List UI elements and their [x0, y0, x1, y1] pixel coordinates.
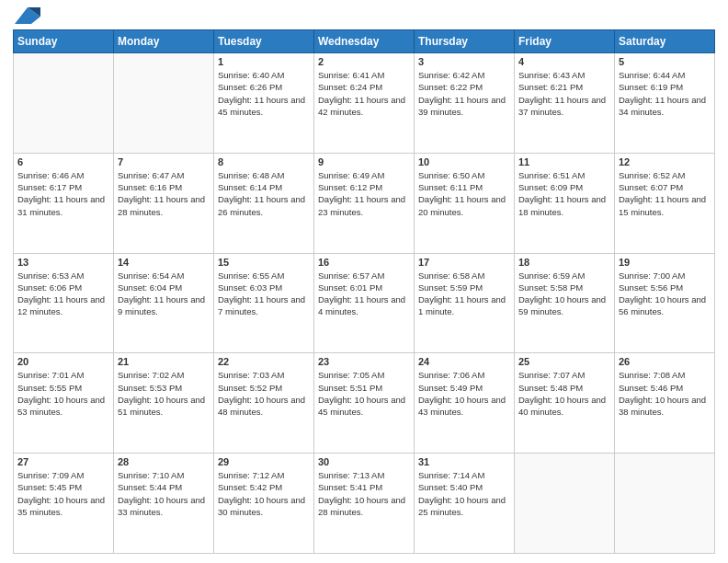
calendar-cell: 20Sunrise: 7:01 AMSunset: 5:55 PMDayligh…	[14, 353, 114, 454]
day-number: 9	[318, 156, 410, 167]
calendar-cell: 16Sunrise: 6:57 AMSunset: 6:01 PMDayligh…	[314, 253, 415, 353]
day-number: 14	[118, 257, 210, 268]
day-detail: Sunrise: 6:58 AMSunset: 5:59 PMDaylight:…	[418, 270, 510, 318]
day-detail: Sunrise: 7:10 AMSunset: 5:44 PMDaylight:…	[118, 469, 210, 518]
day-detail: Sunrise: 7:12 AMSunset: 5:42 PMDaylight:…	[218, 469, 310, 518]
day-number: 26	[619, 356, 711, 367]
day-detail: Sunrise: 7:13 AMSunset: 5:41 PMDaylight:…	[318, 469, 410, 518]
calendar-cell: 7Sunrise: 6:47 AMSunset: 6:16 PMDaylight…	[114, 153, 214, 253]
day-detail: Sunrise: 7:08 AMSunset: 5:46 PMDaylight:…	[619, 369, 711, 418]
calendar-cell	[515, 454, 615, 554]
calendar-cell: 29Sunrise: 7:12 AMSunset: 5:42 PMDayligh…	[214, 454, 314, 554]
day-number: 22	[218, 356, 310, 367]
calendar-cell: 28Sunrise: 7:10 AMSunset: 5:44 PMDayligh…	[114, 454, 214, 554]
calendar-cell: 2Sunrise: 6:41 AMSunset: 6:24 PMDaylight…	[314, 53, 415, 154]
calendar-day-header: Monday	[114, 30, 214, 53]
calendar-day-header: Wednesday	[314, 30, 415, 53]
calendar-week-row: 13Sunrise: 6:53 AMSunset: 6:06 PMDayligh…	[14, 253, 715, 353]
logo	[13, 9, 40, 24]
day-detail: Sunrise: 6:49 AMSunset: 6:12 PMDaylight:…	[318, 169, 410, 218]
calendar-week-row: 20Sunrise: 7:01 AMSunset: 5:55 PMDayligh…	[14, 353, 715, 454]
day-detail: Sunrise: 7:02 AMSunset: 5:53 PMDaylight:…	[118, 369, 210, 418]
day-detail: Sunrise: 7:14 AMSunset: 5:40 PMDaylight:…	[418, 469, 510, 518]
day-detail: Sunrise: 6:53 AMSunset: 6:06 PMDaylight:…	[17, 270, 109, 318]
day-number: 28	[118, 456, 210, 467]
calendar-cell: 4Sunrise: 6:43 AMSunset: 6:21 PMDaylight…	[515, 53, 615, 154]
day-number: 3	[418, 56, 510, 67]
day-detail: Sunrise: 6:43 AMSunset: 6:21 PMDaylight:…	[518, 69, 610, 118]
day-number: 15	[218, 257, 310, 268]
day-number: 11	[518, 156, 610, 167]
day-detail: Sunrise: 7:07 AMSunset: 5:48 PMDaylight:…	[518, 369, 610, 418]
calendar-cell: 5Sunrise: 6:44 AMSunset: 6:19 PMDaylight…	[615, 53, 715, 154]
day-detail: Sunrise: 6:48 AMSunset: 6:14 PMDaylight:…	[218, 169, 310, 218]
calendar-cell: 12Sunrise: 6:52 AMSunset: 6:07 PMDayligh…	[615, 153, 715, 253]
day-detail: Sunrise: 7:00 AMSunset: 5:56 PMDaylight:…	[619, 270, 711, 318]
calendar-cell: 17Sunrise: 6:58 AMSunset: 5:59 PMDayligh…	[415, 253, 515, 353]
calendar-cell: 6Sunrise: 6:46 AMSunset: 6:17 PMDaylight…	[14, 153, 114, 253]
calendar-cell: 22Sunrise: 7:03 AMSunset: 5:52 PMDayligh…	[214, 353, 314, 454]
calendar-cell: 14Sunrise: 6:54 AMSunset: 6:04 PMDayligh…	[114, 253, 214, 353]
day-detail: Sunrise: 7:06 AMSunset: 5:49 PMDaylight:…	[418, 369, 510, 418]
day-number: 1	[218, 56, 310, 67]
calendar-cell	[14, 53, 114, 154]
day-number: 17	[418, 257, 510, 268]
day-detail: Sunrise: 6:54 AMSunset: 6:04 PMDaylight:…	[118, 270, 210, 318]
calendar-cell: 31Sunrise: 7:14 AMSunset: 5:40 PMDayligh…	[415, 454, 515, 554]
day-number: 31	[418, 456, 510, 467]
day-number: 13	[17, 257, 109, 268]
calendar-cell: 26Sunrise: 7:08 AMSunset: 5:46 PMDayligh…	[615, 353, 715, 454]
calendar-cell	[615, 454, 715, 554]
day-number: 6	[17, 156, 109, 167]
calendar-cell: 9Sunrise: 6:49 AMSunset: 6:12 PMDaylight…	[314, 153, 415, 253]
day-number: 5	[619, 56, 711, 67]
day-number: 24	[418, 356, 510, 367]
calendar-table: SundayMondayTuesdayWednesdayThursdayFrid…	[13, 29, 715, 554]
header	[13, 9, 715, 24]
day-number: 27	[17, 456, 109, 467]
day-number: 19	[619, 257, 711, 268]
day-number: 21	[118, 356, 210, 367]
day-detail: Sunrise: 6:40 AMSunset: 6:26 PMDaylight:…	[218, 69, 310, 118]
calendar-day-header: Saturday	[615, 30, 715, 53]
calendar-cell: 25Sunrise: 7:07 AMSunset: 5:48 PMDayligh…	[515, 353, 615, 454]
day-number: 29	[218, 456, 310, 467]
calendar-cell	[114, 53, 214, 154]
day-detail: Sunrise: 7:01 AMSunset: 5:55 PMDaylight:…	[17, 369, 109, 418]
day-number: 2	[318, 56, 410, 67]
day-detail: Sunrise: 6:50 AMSunset: 6:11 PMDaylight:…	[418, 169, 510, 218]
calendar-cell: 24Sunrise: 7:06 AMSunset: 5:49 PMDayligh…	[415, 353, 515, 454]
day-number: 4	[518, 56, 610, 67]
day-number: 25	[518, 356, 610, 367]
day-detail: Sunrise: 7:05 AMSunset: 5:51 PMDaylight:…	[318, 369, 410, 418]
day-detail: Sunrise: 6:57 AMSunset: 6:01 PMDaylight:…	[318, 270, 410, 318]
page: SundayMondayTuesdayWednesdayThursdayFrid…	[0, 0, 728, 563]
day-detail: Sunrise: 6:47 AMSunset: 6:16 PMDaylight:…	[118, 169, 210, 218]
day-number: 20	[17, 356, 109, 367]
day-detail: Sunrise: 6:46 AMSunset: 6:17 PMDaylight:…	[17, 169, 109, 218]
calendar-day-header: Tuesday	[214, 30, 314, 53]
calendar-cell: 15Sunrise: 6:55 AMSunset: 6:03 PMDayligh…	[214, 253, 314, 353]
day-detail: Sunrise: 7:09 AMSunset: 5:45 PMDaylight:…	[17, 469, 109, 518]
day-number: 23	[318, 356, 410, 367]
day-number: 18	[518, 257, 610, 268]
day-detail: Sunrise: 6:44 AMSunset: 6:19 PMDaylight:…	[619, 69, 711, 118]
calendar-day-header: Thursday	[415, 30, 515, 53]
calendar-cell: 19Sunrise: 7:00 AMSunset: 5:56 PMDayligh…	[615, 253, 715, 353]
calendar-day-header: Friday	[515, 30, 615, 53]
calendar-week-row: 1Sunrise: 6:40 AMSunset: 6:26 PMDaylight…	[14, 53, 715, 154]
calendar-cell: 1Sunrise: 6:40 AMSunset: 6:26 PMDaylight…	[214, 53, 314, 154]
calendar-header-row: SundayMondayTuesdayWednesdayThursdayFrid…	[14, 30, 715, 53]
calendar-cell: 10Sunrise: 6:50 AMSunset: 6:11 PMDayligh…	[415, 153, 515, 253]
logo-icon	[15, 7, 40, 24]
calendar-week-row: 6Sunrise: 6:46 AMSunset: 6:17 PMDaylight…	[14, 153, 715, 253]
calendar-cell: 30Sunrise: 7:13 AMSunset: 5:41 PMDayligh…	[314, 454, 415, 554]
day-detail: Sunrise: 6:55 AMSunset: 6:03 PMDaylight:…	[218, 270, 310, 318]
calendar-day-header: Sunday	[14, 30, 114, 53]
day-number: 10	[418, 156, 510, 167]
day-detail: Sunrise: 6:51 AMSunset: 6:09 PMDaylight:…	[518, 169, 610, 218]
day-detail: Sunrise: 6:52 AMSunset: 6:07 PMDaylight:…	[619, 169, 711, 218]
calendar-cell: 23Sunrise: 7:05 AMSunset: 5:51 PMDayligh…	[314, 353, 415, 454]
calendar-cell: 3Sunrise: 6:42 AMSunset: 6:22 PMDaylight…	[415, 53, 515, 154]
day-number: 7	[118, 156, 210, 167]
